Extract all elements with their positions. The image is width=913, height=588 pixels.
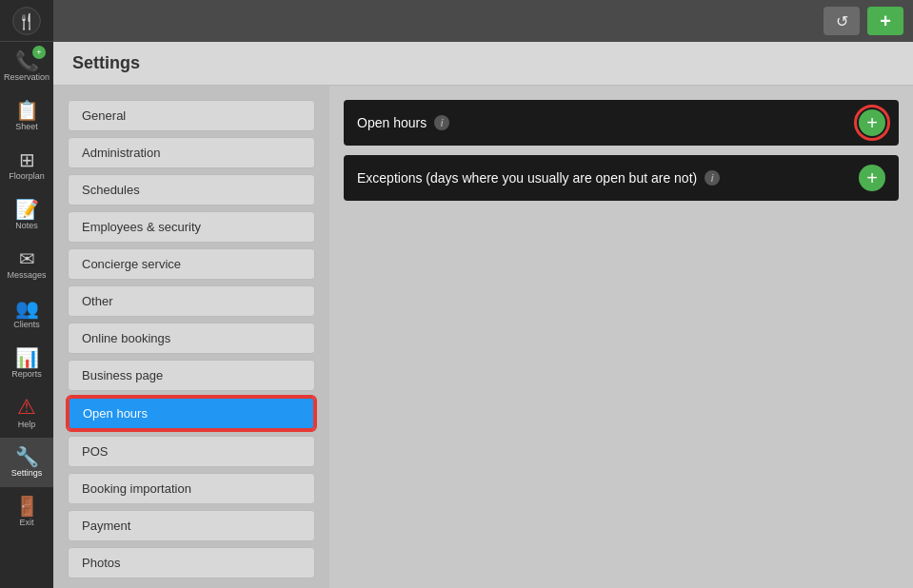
content-area: Settings General Administration Schedule… [53, 42, 913, 588]
exceptions-section-header: Exceptions (days where you usually are o… [344, 155, 899, 201]
sidebar-item-label: Help [18, 420, 36, 430]
exceptions-add-button[interactable]: + [859, 165, 885, 191]
nav-concierge-service[interactable]: Concierge service [68, 248, 315, 280]
nav-pos[interactable]: POS [68, 436, 315, 467]
sidebar-item-label: Messages [7, 270, 46, 281]
sidebar-item-messages[interactable]: ✉ Messages [0, 240, 53, 289]
svg-text:🍴: 🍴 [17, 11, 36, 29]
sidebar-item-sheet[interactable]: 📋 Sheet [0, 91, 53, 141]
nav-schedules[interactable]: Schedules [68, 174, 315, 206]
exit-icon: 🚪 [15, 497, 39, 516]
reservation-badge: + [32, 46, 46, 59]
nav-booking-importation[interactable]: Booking importation [68, 473, 315, 504]
sheet-icon: 📋 [15, 101, 39, 120]
settings-icon: 🔧 [15, 447, 39, 466]
sidebar-item-reports[interactable]: 📊 Reports [0, 339, 53, 388]
sidebar-item-label: Exit [19, 518, 33, 528]
notes-icon: 📝 [15, 200, 39, 219]
sidebar-item-reservation[interactable]: + 📞 Reservation [0, 42, 53, 91]
sidebar-item-settings[interactable]: 🔧 Settings [0, 438, 53, 487]
page-title: Settings [72, 53, 140, 72]
nav-administration[interactable]: Administration [68, 137, 315, 168]
exceptions-title: Exceptions (days where you usually are o… [357, 170, 697, 186]
settings-nav: General Administration Schedules Employe… [53, 86, 329, 588]
sidebar-item-label: Reports [11, 369, 42, 380]
settings-panel: Open hours i + Exceptions (days where yo… [329, 86, 913, 588]
exceptions-title-area: Exceptions (days where you usually are o… [357, 170, 720, 186]
page-header: Settings [53, 42, 913, 86]
sidebar-item-notes[interactable]: 📝 Notes [0, 190, 53, 240]
refresh-icon: ↺ [836, 12, 848, 30]
reports-icon: 📊 [15, 348, 39, 367]
nav-open-hours[interactable]: Open hours [68, 397, 315, 430]
nav-general[interactable]: General [68, 100, 315, 131]
sidebar: 🍴 + 📞 Reservation 📋 Sheet ⊞ Floorplan 📝 … [0, 0, 53, 588]
messages-icon: ✉ [19, 249, 35, 268]
open-hours-title: Open hours [357, 115, 427, 130]
open-hours-add-button[interactable]: + [859, 109, 885, 136]
nav-business-page[interactable]: Business page [68, 360, 315, 391]
sidebar-item-label: Clients [13, 320, 40, 330]
nav-employees-security[interactable]: Employees & security [68, 211, 315, 243]
add-button[interactable]: + [867, 7, 903, 35]
body-area: General Administration Schedules Employe… [53, 86, 913, 588]
sidebar-item-label: Sheet [15, 122, 38, 132]
plus-icon: + [880, 10, 891, 32]
sidebar-item-help[interactable]: ⚠ Help [0, 388, 53, 438]
sidebar-item-label: Floorplan [9, 171, 45, 182]
topbar: ↺ + [53, 0, 913, 42]
nav-photos[interactable]: Photos [68, 547, 315, 578]
refresh-button[interactable]: ↺ [824, 7, 860, 35]
sidebar-item-exit[interactable]: 🚪 Exit [0, 487, 53, 537]
nav-payment[interactable]: Payment [68, 510, 315, 541]
main-area: ↺ + Settings General Administration Sche… [53, 0, 913, 588]
help-icon: ⚠ [17, 397, 36, 418]
nav-online-bookings[interactable]: Online bookings [68, 323, 315, 354]
sidebar-item-label: Notes [15, 221, 38, 231]
app-logo[interactable]: 🍴 [0, 0, 53, 42]
exceptions-info-icon[interactable]: i [705, 170, 720, 186]
sidebar-item-clients[interactable]: 👥 Clients [0, 289, 53, 339]
open-hours-section-header: Open hours i + [344, 100, 899, 146]
nav-other[interactable]: Other [68, 285, 315, 317]
open-hours-title-area: Open hours i [357, 115, 449, 130]
sidebar-item-label: Settings [11, 468, 43, 479]
open-hours-info-icon[interactable]: i [434, 115, 449, 130]
sidebar-item-label: Reservation [4, 72, 50, 83]
clients-icon: 👥 [15, 299, 39, 318]
sidebar-item-floorplan[interactable]: ⊞ Floorplan [0, 141, 53, 190]
floorplan-icon: ⊞ [19, 150, 35, 169]
